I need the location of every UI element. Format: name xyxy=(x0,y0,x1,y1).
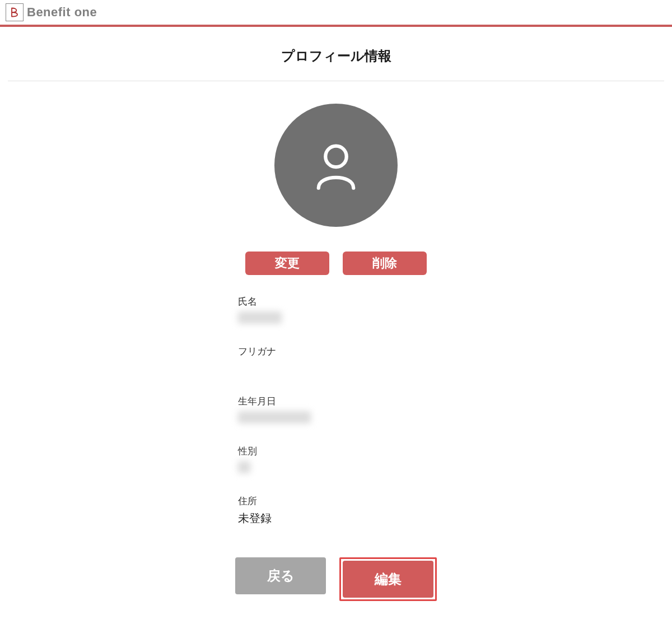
profile-fields: 氏名 XXXXX フリガナ 生年月日 XXXXXXXXXX 性別 X 住所 未登… xyxy=(238,295,434,546)
field-name: 氏名 XXXXX xyxy=(238,295,434,325)
field-furigana-label: フリガナ xyxy=(238,345,434,358)
field-gender-value: X xyxy=(238,461,434,474)
person-icon xyxy=(308,137,364,193)
brand-logo-icon xyxy=(9,7,20,18)
page-title: プロフィール情報 xyxy=(0,27,672,81)
profile-content: 変更 削除 氏名 XXXXX フリガナ 生年月日 XXXXXXXXXX 性別 X… xyxy=(0,81,672,624)
avatar-actions: 変更 削除 xyxy=(245,252,427,275)
app-header: Benefit one xyxy=(0,0,672,27)
edit-button-highlight: 編集 xyxy=(339,557,437,601)
back-button[interactable]: 戻る xyxy=(235,557,326,594)
field-furigana: フリガナ xyxy=(238,345,434,375)
field-address: 住所 未登録 xyxy=(238,495,434,526)
field-address-label: 住所 xyxy=(238,495,434,507)
edit-button[interactable]: 編集 xyxy=(343,561,433,598)
field-dob: 生年月日 XXXXXXXXXX xyxy=(238,395,434,425)
field-furigana-value xyxy=(238,361,434,375)
brand-logo xyxy=(6,3,24,21)
field-dob-label: 生年月日 xyxy=(238,395,434,408)
bottom-actions: 戻る 編集 xyxy=(235,557,437,601)
field-dob-value: XXXXXXXXXX xyxy=(238,411,434,425)
field-name-value: XXXXX xyxy=(238,311,434,325)
delete-avatar-button[interactable]: 削除 xyxy=(343,252,427,275)
field-name-label: 氏名 xyxy=(238,295,434,308)
field-gender-label: 性別 xyxy=(238,445,434,458)
field-address-value: 未登録 xyxy=(238,511,434,526)
change-avatar-button[interactable]: 変更 xyxy=(245,252,329,275)
svg-point-0 xyxy=(325,146,347,167)
avatar xyxy=(274,104,398,227)
field-gender: 性別 X xyxy=(238,445,434,474)
brand-name: Benefit one xyxy=(27,5,97,20)
